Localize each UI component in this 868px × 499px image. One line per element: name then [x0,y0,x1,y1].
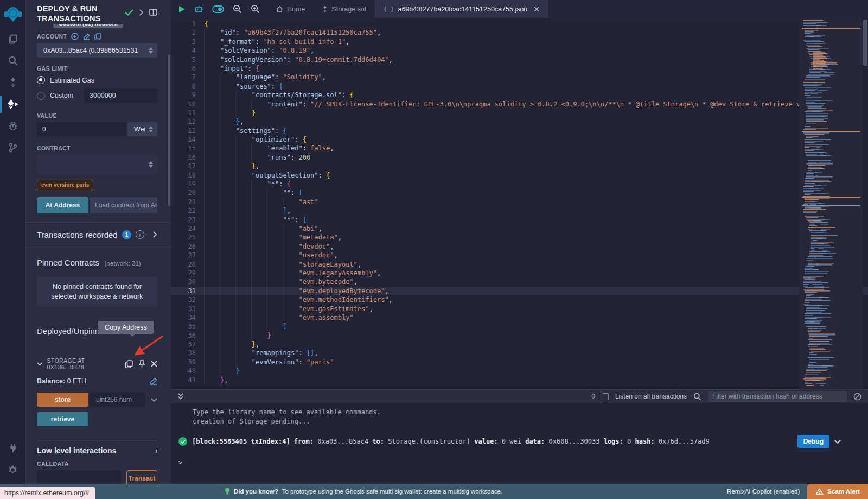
custom-gas-text: Custom [50,92,73,99]
sidebar-item-solidity-compiler[interactable] [0,72,26,93]
collapse-terminal-icon[interactable] [177,393,184,400]
code-line: 41 }, [171,376,799,384]
value-unit-select[interactable]: Wei [127,122,157,136]
pin-panel-icon[interactable] [149,9,157,16]
pinned-empty-message: No pinned contracts found for selected w… [37,276,157,307]
zoom-out-icon[interactable] [233,4,242,14]
terminal-messages: Type the library name to see available c… [171,403,868,426]
sidebar-item-git[interactable] [0,137,26,159]
filter-input[interactable] [708,391,847,402]
run-script-icon[interactable] [178,5,186,13]
sidebar-item-debugger[interactable] [0,115,26,137]
store-button[interactable]: store [37,393,88,407]
store-input[interactable]: uint256 num [90,393,145,407]
chevron-right-icon[interactable] [139,9,144,16]
code-line: 21 "ast" [171,198,799,206]
transactions-expand-icon[interactable] [152,231,157,238]
search-icon [8,55,18,66]
code-line: 5 "solcLongVersion": "0.8.19+commit.7dd6… [171,55,799,64]
editor-toolbar: Home Storage.sol { } a69b43f277ba20fcac1… [171,0,868,18]
url-preview-overlay: https://remix.ethereum.org/# [0,487,95,499]
ai-assistant-icon[interactable] [194,5,203,14]
sidebar-item-deploy-run[interactable] [0,93,26,115]
sidebar-item-file-explorer[interactable] [0,28,26,50]
expand-store-icon[interactable] [151,397,157,402]
terminal-prompt[interactable]: > [178,459,868,466]
account-select[interactable]: 0xA03...85ac4 (0.39866531531 [37,43,157,58]
pin-contract-icon[interactable] [138,360,145,368]
code-line: 16 "runs": 200 [171,153,799,162]
tab-storage-sol[interactable]: Storage.sol [314,0,374,18]
retrieve-row: retrieve [37,412,157,426]
minimap[interactable] [799,18,863,389]
terminal-message: Type the library name to see available c… [193,408,868,417]
contract-select[interactable] [37,155,157,174]
estimated-gas-text: Estimated Gas [50,77,94,84]
account-label: ACCOUNT [37,33,67,40]
code-line: 14 "optimizer": { [171,135,799,144]
pinned-empty-line1: No pinned contracts found for [44,282,150,292]
code-line: 29 "evm.legacyAssembly", [171,269,799,277]
contract-select-stepper [149,161,157,168]
clear-filter-icon[interactable] [853,393,861,401]
transaction-log-row[interactable]: [block:5583405 txIndex:4] from: 0xa03...… [178,435,841,448]
sidebar-item-search[interactable] [0,50,26,72]
custom-gas-radio[interactable] [37,92,45,100]
code-line: 25 "metadata", [171,233,799,242]
edit-account-icon[interactable] [83,33,90,40]
transactions-info-icon[interactable]: i [136,230,144,239]
copy-account-icon[interactable] [94,33,101,40]
code-line: 3 "_format": "hh-sol-build-info-1", [171,37,799,46]
low-level-info-icon[interactable]: i [155,446,157,455]
tab-json-active[interactable]: { } a69b43f277ba20fcac141151250ca755.jso… [375,0,548,18]
custom-gas-input[interactable] [84,89,157,103]
close-contract-icon[interactable] [151,361,157,367]
value-unit-stepper [149,126,157,132]
did-you-know-tip: Did you know? To prototype using the Gno… [225,488,502,495]
add-account-icon[interactable] [71,33,79,40]
copilot-toggle-icon[interactable] [212,5,224,13]
sidebar-item-settings[interactable] [0,459,26,481]
tab-close-icon[interactable]: ✕ [533,5,540,14]
solidity-compiler-icon [8,77,18,88]
code-line: 37 }, [171,340,799,349]
load-contract-input[interactable]: Load contract from Addr [90,197,157,213]
zoom-in-icon[interactable] [251,4,260,14]
warning-icon [815,488,824,495]
value-input[interactable] [37,122,126,136]
code-line: 23 "*": [ [171,216,799,224]
deployed-section: Deployed/Unpinned Contracts Copy Address [37,326,157,336]
transactions-recorded-row[interactable]: Transactions recorded 1 i [37,223,157,247]
code-line: 18 "outputSelection": { [171,171,799,180]
remix-logo[interactable] [0,0,26,28]
estimated-gas-option[interactable]: Estimated Gas [37,76,157,84]
code-line: 26 "devdoc", [171,242,799,251]
code-line: 33 "evm.gasEstimates", [171,305,799,313]
at-address-button[interactable]: At Address [37,197,88,213]
value-unit: Wei [134,125,145,133]
edit-balance-icon[interactable] [150,377,157,385]
contract-card-header[interactable]: STORAGE AT 0X136...8B78 [37,357,157,370]
expand-log-icon[interactable] [834,439,841,444]
editor-scrollbar-thumb[interactable] [863,20,867,66]
sidebar-item-plugin-manager[interactable] [0,437,26,459]
tab-home[interactable]: Home [267,0,314,18]
balance-row: Balance: 0 ETH [37,377,157,385]
copy-address-icon[interactable] [125,360,133,368]
account-select-stepper [149,47,157,54]
scam-alert-button[interactable]: Scam Alert [807,484,868,499]
panel-scrollbar[interactable] [168,54,170,206]
code-editor[interactable]: 1{2 "id": "a69b43f277ba20fcac141151250ca… [171,18,868,389]
code-line: 38 "remappings": [], [171,349,799,357]
estimated-gas-radio[interactable] [37,76,45,84]
retrieve-button[interactable]: retrieve [37,412,88,426]
code-line: 24 "abi", [171,224,799,233]
copilot-status[interactable]: RemixAI Copilot (enabled) [727,488,800,495]
listen-checkbox[interactable] [602,393,609,400]
custom-gas-option[interactable]: Custom [37,89,157,103]
code-line: 10 "content": "// SPDX-License-Identifie… [171,100,799,109]
debug-button[interactable]: Debug [797,435,829,448]
chevron-down-icon[interactable] [37,362,43,366]
code-line: 32 "evm.methodIdentifiers", [171,295,799,304]
plug-icon [8,443,18,453]
